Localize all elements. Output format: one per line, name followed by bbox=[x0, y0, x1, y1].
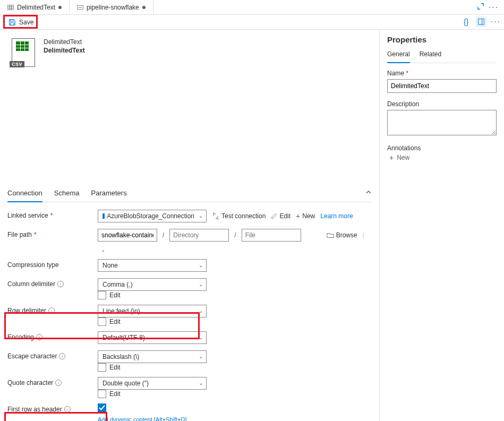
editor-toolbar: Save {} ··· bbox=[0, 15, 504, 30]
modified-indicator-icon bbox=[142, 6, 146, 9]
prop-description-textarea[interactable] bbox=[387, 110, 497, 135]
folder-icon bbox=[327, 232, 334, 238]
more-actions-icon[interactable]: ··· bbox=[489, 3, 499, 12]
info-icon[interactable]: i bbox=[48, 307, 55, 314]
plus-icon: + bbox=[296, 213, 300, 219]
prop-description-label: Description bbox=[387, 100, 497, 108]
save-button[interactable]: Save bbox=[4, 16, 38, 28]
column-delimiter-edit-checkbox[interactable] bbox=[98, 291, 106, 299]
new-linked-service-button[interactable]: + New bbox=[296, 212, 315, 220]
browse-button[interactable]: Browse bbox=[327, 231, 357, 239]
compression-type-label: Compression type bbox=[7, 259, 98, 269]
collapse-section-icon[interactable] bbox=[365, 189, 372, 197]
filepath-file-input[interactable] bbox=[242, 229, 301, 242]
storage-icon bbox=[102, 213, 105, 219]
row-delimiter-select[interactable]: Line feed (\n) ⌄ bbox=[98, 305, 207, 317]
toolbar-more-icon[interactable]: ··· bbox=[491, 17, 501, 27]
add-annotation-button[interactable]: + New bbox=[387, 154, 497, 161]
filepath-container-input[interactable] bbox=[98, 229, 157, 242]
add-dynamic-content-link[interactable]: Add dynamic content [Alt+Shift+D] bbox=[98, 416, 372, 421]
first-row-header-checkbox[interactable] bbox=[98, 403, 106, 412]
dataset-type-label: DelimitedText bbox=[44, 38, 85, 46]
prop-name-label: Name * bbox=[387, 70, 497, 77]
modified-indicator-icon bbox=[58, 6, 62, 9]
encoding-select[interactable]: Default(UTF-8) ⌄ bbox=[98, 331, 207, 344]
escape-character-edit-checkbox[interactable] bbox=[98, 363, 106, 372]
properties-tab-general[interactable]: General bbox=[387, 48, 410, 63]
learn-more-link[interactable]: Learn more bbox=[320, 212, 353, 220]
tab-connection[interactable]: Connection bbox=[7, 186, 42, 202]
test-connection-button[interactable]: Test connection bbox=[212, 212, 266, 220]
chevron-down-icon: ⌄ bbox=[199, 354, 203, 359]
chevron-down-icon: ⌄ bbox=[199, 213, 203, 219]
edit-label: Edit bbox=[109, 390, 121, 398]
browse-divider: | bbox=[363, 231, 364, 239]
path-separator: / bbox=[163, 231, 164, 239]
dataset-icon bbox=[7, 4, 14, 11]
chevron-down-icon: ⌄ bbox=[199, 281, 203, 287]
tab-delimitedtext[interactable]: DelimitedText bbox=[0, 0, 70, 14]
row-delimiter-edit-checkbox[interactable] bbox=[98, 317, 106, 326]
tab-label: pipeline-snowflake bbox=[87, 4, 139, 11]
column-delimiter-select[interactable]: Comma (,) ⌄ bbox=[98, 278, 207, 291]
pencil-icon bbox=[271, 213, 277, 219]
row-delimiter-label: Row delimiter i bbox=[7, 305, 98, 314]
escape-character-label: Escape character i bbox=[7, 350, 98, 360]
csv-file-icon: CSV bbox=[11, 38, 36, 69]
svg-point-7 bbox=[81, 7, 82, 8]
pipeline-icon bbox=[77, 4, 83, 11]
linked-service-value: AzureBlobStorage_Connection bbox=[107, 212, 194, 220]
tab-schema[interactable]: Schema bbox=[54, 186, 80, 202]
info-icon[interactable]: i bbox=[64, 406, 71, 413]
filepath-directory-input[interactable] bbox=[169, 229, 229, 242]
escape-character-select[interactable]: Backslash (\) ⌄ bbox=[98, 350, 207, 363]
file-path-label: File path* bbox=[7, 229, 98, 238]
info-icon[interactable]: i bbox=[55, 380, 62, 386]
chevron-down-icon: ⌄ bbox=[199, 380, 203, 386]
save-label: Save bbox=[19, 19, 33, 26]
chevron-down-icon: ⌄ bbox=[199, 308, 203, 314]
info-icon[interactable]: i bbox=[36, 334, 42, 340]
properties-tab-related[interactable]: Related bbox=[420, 48, 441, 63]
quote-character-label: Quote character i bbox=[7, 377, 98, 386]
tab-parameters[interactable]: Parameters bbox=[91, 186, 126, 202]
properties-panel: Properties General Related Name * Descri… bbox=[379, 30, 504, 421]
prop-annotations-label: Annotations bbox=[387, 144, 497, 152]
code-view-button[interactable]: {} bbox=[461, 16, 472, 27]
browse-dropdown-icon[interactable]: ⌄ bbox=[98, 247, 108, 253]
plus-icon: + bbox=[389, 154, 394, 161]
path-separator: / bbox=[234, 231, 236, 239]
linked-service-label: Linked service* bbox=[7, 210, 98, 219]
encoding-label: Encoding i bbox=[7, 331, 98, 341]
svg-point-6 bbox=[79, 7, 80, 8]
editor-tabs-bar: DelimitedText pipeline-snowflake ··· bbox=[0, 0, 504, 15]
properties-title: Properties bbox=[387, 35, 497, 44]
linked-service-select[interactable]: AzureBlobStorage_Connection ⌄ bbox=[98, 210, 207, 222]
test-connection-icon bbox=[212, 212, 219, 220]
quote-character-edit-checkbox[interactable] bbox=[98, 390, 106, 398]
chevron-down-icon: ⌄ bbox=[199, 262, 203, 268]
expand-icon[interactable] bbox=[477, 3, 484, 12]
editor-canvas: CSV DelimitedText DelimitedText Connecti… bbox=[0, 30, 379, 421]
tab-pipeline-snowflake[interactable]: pipeline-snowflake bbox=[70, 0, 153, 14]
svg-rect-9 bbox=[11, 19, 13, 21]
svg-rect-10 bbox=[11, 22, 14, 24]
dataset-section-tabs: Connection Schema Parameters bbox=[7, 186, 372, 202]
tab-label: DelimitedText bbox=[17, 4, 55, 11]
chevron-down-icon: ⌄ bbox=[199, 334, 203, 340]
dataset-name: DelimitedText bbox=[44, 47, 85, 54]
compression-type-select[interactable]: None ⌄ bbox=[98, 259, 207, 272]
first-row-header-label: First row as header i bbox=[7, 403, 98, 413]
edit-label: Edit bbox=[109, 364, 121, 371]
save-icon bbox=[8, 19, 16, 26]
info-icon[interactable]: i bbox=[57, 281, 64, 287]
prop-name-input[interactable] bbox=[387, 79, 497, 93]
edit-label: Edit bbox=[109, 318, 121, 325]
info-icon[interactable]: i bbox=[59, 353, 65, 359]
edit-linked-service-button[interactable]: Edit bbox=[271, 212, 291, 220]
svg-rect-11 bbox=[478, 19, 484, 25]
column-delimiter-label: Column delimiter i bbox=[7, 278, 98, 288]
quote-character-select[interactable]: Double quote (") ⌄ bbox=[98, 377, 207, 390]
properties-toggle-button[interactable] bbox=[476, 16, 486, 27]
svg-rect-0 bbox=[8, 5, 14, 10]
